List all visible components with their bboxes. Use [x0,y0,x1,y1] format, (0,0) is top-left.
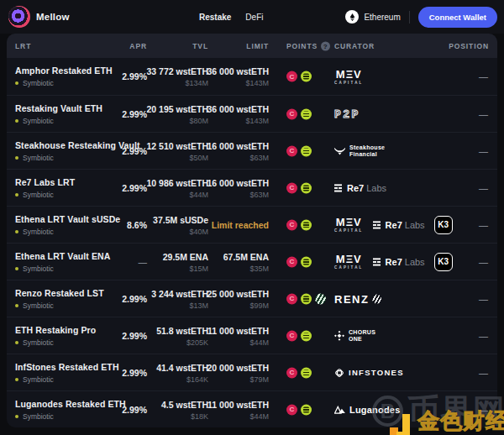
curator-logo-luganodes: Luganodes [334,405,400,415]
vault-name: Ethena LRT Vault sUSDe [15,214,120,224]
lrt-cell: Re7 Labs LRT Symbiotic [15,177,75,199]
symbiotic-dot-icon [15,119,18,123]
mellow-points-icon: C [286,182,297,193]
lrt-cell: Amphor Restaked ETH Symbiotic [15,66,113,87]
vault-tag-label: Symbiotic [23,154,54,162]
table-row[interactable]: Steakhouse Resteaking Vault Symbiotic 2.… [7,132,497,169]
position-cell: — [479,71,488,81]
vault-tag-label: Symbiotic [23,265,54,273]
position-cell: — [479,257,488,267]
vault-tag: Symbiotic [15,228,120,236]
limit-cell: 25 000 wstETH $99M [207,288,269,309]
limit-usd: $63M [207,153,269,161]
points-cell: C [286,219,312,230]
position-cell: — [479,183,488,193]
symbiotic-points-icon [301,256,312,267]
limit-cell: 16 000 wstETH $63M [207,177,269,198]
limit-usd: $44M [207,338,269,346]
table-row[interactable]: Restaking Vault ETH Symbiotic 2.99% 20 1… [7,95,497,132]
points-help-icon[interactable]: ? [321,41,330,50]
tvl-cell: 3 244 wstETH $13M [151,288,208,309]
curator-cell: Re7Labs [334,183,386,193]
lrt-cell: Ethena LRT Vault sUSDe Symbiotic [15,214,120,236]
tvl-cell: 4.5 wstETH $18K [161,399,208,420]
symbiotic-dot-icon [15,378,18,381]
mellow-logo-icon [8,6,30,28]
table-row[interactable]: Ethena LRT Vault ENA Symbiotic — 29.5M E… [7,243,497,280]
lrt-cell: InfStones Restaked ETH Symbiotic [15,362,119,384]
limit-value: 67.5M ENA [223,251,269,261]
table-row[interactable]: Renzo Restaked LST Symbiotic 2.99% 3 244… [7,280,497,317]
curator-cell: Luganodes [334,405,400,415]
bars-icon [334,184,343,192]
mellow-points-icon: C [286,108,297,119]
apr-cell: 2.99% [122,294,147,304]
vault-tag-label: Symbiotic [23,228,54,236]
table-row[interactable]: Luganodes Restaked ETH Symbiotic 2.99% 4… [7,390,497,427]
connect-wallet-button[interactable]: Connect Wallet [418,7,497,28]
brand[interactable]: Mellow [8,6,70,28]
bars-icon [373,258,381,266]
limit-cell: 36 000 wstETH $143M [207,103,269,124]
limit-cell: 16 000 wstETH $63M [207,140,269,161]
limit-value: 25 000 wstETH [207,288,269,298]
tvl-cell: 33 772 wstETH $134M [146,66,208,87]
renzo-points-icon [315,293,326,304]
lrt-cell: Renzo Restaked LST Symbiotic [15,288,104,310]
network-label: Ethereum [364,13,400,22]
vault-tag: Symbiotic [15,79,113,87]
limit-value: 36 000 wstETH [207,103,269,113]
position-cell: — [479,368,488,378]
col-position: POSITION [449,42,489,50]
points-cell: C [286,256,312,267]
symbiotic-points-icon [301,330,312,341]
points-cell: C [286,108,312,119]
curator-logo-mev-capital: MΞVCAPITAL [334,69,364,85]
table-row[interactable]: Re7 Labs LRT Symbiotic 2.99% 10 986 wstE… [7,169,497,206]
table-row[interactable]: InfStones Restaked ETH Symbiotic 2.99% 4… [7,354,497,390]
knot-icon [334,368,344,378]
tvl-usd: $164K [156,375,208,383]
limit-value: 16 000 wstETH [207,140,269,150]
limit-value: 11 000 wstETH [207,399,269,409]
nav-restake[interactable]: Restake [199,13,231,22]
header-right: Ethereum Connect Wallet [345,0,497,34]
points-cell: C [286,330,312,341]
network-selector[interactable]: Ethereum [345,10,400,24]
mellow-points-icon: C [286,404,297,415]
limit-value: 16 000 wstETH [207,177,269,187]
table-row[interactable]: Ethena LRT Vault sUSDe Symbiotic 8.6% 37… [7,206,497,243]
tvl-usd: $205K [156,338,208,346]
curator-cell: CHORUSONE [334,328,375,342]
curator-logo-p2p: P2P [334,107,360,120]
tvl-cell: 12 510 wstETH $50M [146,140,208,161]
curator-cell: P2P [334,107,360,120]
mellow-points-icon: C [286,71,297,82]
symbiotic-dot-icon [15,230,18,233]
limit-value: 11 000 wstETH [207,325,269,335]
curator-logo-steakhouse-financial: SteakhouseFinancial [334,144,385,157]
curator-cell: MΞVCAPITALRe7LabsK3 [334,216,453,234]
vault-tag-label: Symbiotic [23,79,54,87]
position-cell: — [479,109,488,119]
vault-tag: Symbiotic [15,191,75,199]
mellow-points-icon: C [286,145,297,156]
tvl-value: 33 772 wstETH [146,66,208,76]
symbiotic-points-icon [301,219,312,230]
vault-name: Renzo Restaked LST [15,288,104,298]
apr-cell: 2.99% [122,109,147,119]
curator-logo-k3: K3 [434,216,453,234]
symbiotic-points-icon [301,293,312,304]
symbiotic-dot-icon [15,267,18,270]
position-cell: — [479,146,488,156]
table-row[interactable]: Amphor Restaked ETH Symbiotic 2.99% 33 7… [7,58,497,95]
vault-name: Luganodes Restaked ETH [15,399,126,409]
lrt-cell: Luganodes Restaked ETH Symbiotic [15,399,126,421]
limit-cell: 11 000 wstETH $44M [207,399,269,420]
curator-logo-mev-capital: MΞVCAPITAL [334,217,364,233]
nav-defi[interactable]: DeFi [245,13,263,22]
vault-tag: Symbiotic [15,412,126,421]
points-cell: C [286,404,312,415]
table-row[interactable]: ETH Restaking Pro Symbiotic 2.99% 51.8 w… [7,317,497,354]
symbiotic-points-icon [301,71,312,82]
